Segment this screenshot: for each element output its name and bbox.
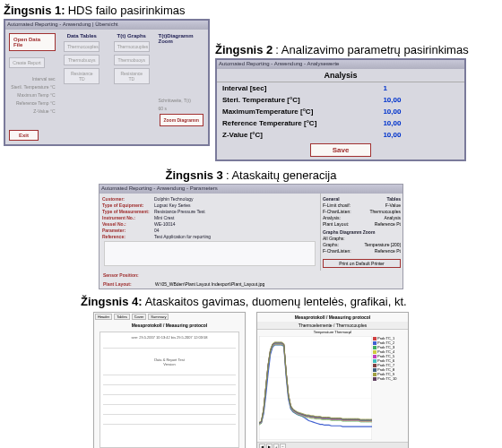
tb-graph-button[interactable]: Thermobuoys (114, 55, 150, 65)
chart-control[interactable]: ▶ (266, 444, 273, 448)
col-header: T(t) Graphs (117, 33, 146, 39)
table-row: Steri. Temperature [°C]10,00 (217, 94, 464, 106)
tab[interactable]: Tables (114, 314, 130, 320)
side-label: Z-Value °C (9, 108, 56, 114)
step3-desc: : Ataskaitų generacija (226, 168, 337, 182)
chart-control[interactable]: + (273, 444, 279, 448)
table-row: MaximumTemperature [°C]10,00 (217, 106, 464, 117)
side-label: Reference Temp °C (9, 100, 56, 106)
schrittweite-label: Schrittweite, T(t) (159, 98, 205, 103)
step2-titlebar: Automated Reporting - Anwendung - Analys… (217, 60, 464, 69)
svg-rect-0 (259, 336, 372, 440)
chart-legend: Prob TC_1Prob TC_2Prob TC_3Prob TC_4Prob… (372, 336, 406, 440)
rtd-graph-button[interactable]: Resistance TD (114, 68, 150, 84)
col-header: T(t)Diagramm Zoom (159, 33, 205, 44)
temperature-chart (259, 336, 372, 440)
steri-temp-input[interactable]: 10,00 (377, 94, 464, 106)
tab[interactable]: Cover (132, 314, 147, 320)
step1-window: Automated Reporting - Anwendung | Übersi… (4, 19, 210, 146)
side-label: Interval sec (9, 76, 56, 82)
tab[interactable]: Summary (148, 314, 169, 320)
exit-button[interactable]: Exit (9, 130, 39, 141)
chart-footer: ◀ ▶ + − (257, 442, 408, 448)
zvalue-input[interactable]: 10,00 (377, 129, 464, 141)
resistance-button[interactable]: Resistance TD (64, 68, 100, 84)
tab[interactable]: Header (95, 314, 112, 320)
report-document-panel: Header Tables Cover Summary Messprotokol… (93, 312, 246, 448)
step3-right-panel: GeneralTables F-Limit chosif:F-Value F-C… (320, 194, 402, 271)
table-row: Z-Value [°C]10,00 (217, 129, 464, 141)
ref-temp-input[interactable]: 10,00 (377, 117, 464, 129)
step2-window: Automated Reporting - Anwendung - Analys… (215, 58, 466, 161)
step4-desc: Ataskaitos gavimas, duomenų lentelės, gr… (145, 295, 407, 308)
step3-left-panel: Customer:Dolphin Technology Type of Equi… (100, 194, 320, 271)
schrittweite-value: 60 s (159, 106, 205, 111)
step3-titlebar: Automated Reporting - Anwendung - Parame… (100, 185, 402, 194)
step1-desc: HDS failo pasirinkimas (68, 4, 186, 17)
step2-label: Žingsnis 2 (215, 43, 273, 56)
tc-graph-button[interactable]: Thermocouples (114, 41, 150, 52)
analysis-header: Analysis (217, 69, 464, 82)
step3-window: Automated Reporting - Anwendung - Parame… (99, 184, 403, 289)
col-header: Data Tables (67, 33, 97, 39)
protocol-title: Messprotokoll / Measuring protocol (94, 321, 245, 330)
customer-field[interactable]: Dolphin Technology (154, 196, 194, 202)
step3-text-area[interactable] (104, 241, 316, 266)
max-temp-input[interactable]: 10,00 (377, 106, 464, 117)
step4-label: Žingsnis 4: (81, 295, 143, 308)
plant-layout-path[interactable]: W:\05_WBden\Plant Layout Indexport\Plant… (155, 281, 264, 287)
save-button[interactable]: Save (310, 143, 372, 157)
table-row: Reference Temperature [°C]10,00 (217, 117, 464, 129)
zoom-button[interactable]: Zoom Diagramm (160, 114, 203, 126)
reference-field[interactable]: Test Application for reporting (154, 234, 211, 239)
print-button[interactable]: Print on Default Printer (323, 259, 401, 268)
create-report-button[interactable]: Create Report (9, 57, 45, 68)
chart-title: Thermoelemente / Thermocouples (257, 322, 408, 330)
protocol-title: Messprotokoll / Measuring protocol (257, 313, 408, 322)
step1-titlebar: Automated Reporting - Anwendung | Übersi… (5, 21, 208, 30)
analysis-table: Interval [sec]1 Steri. Temperature [°C]1… (217, 82, 464, 141)
side-label: Maximum Temp °C (9, 92, 56, 98)
step2-desc: : Analizavimo parametrų pasirinkimas (275, 43, 468, 56)
measurement-field[interactable]: Resistance Pressure Test (154, 209, 205, 214)
equipment-field[interactable]: Logsat Key Series (154, 202, 191, 208)
step1-label: Žingsnis 1: (4, 4, 65, 17)
chart-panel: Messprotokoll / Measuring protocol Therm… (256, 312, 409, 448)
thermobuoys-button[interactable]: Thermobuoys (64, 55, 100, 65)
interval-input[interactable]: 1 (377, 82, 464, 94)
instrument-field[interactable]: Mini Crest (154, 215, 175, 220)
chart-control[interactable]: − (280, 444, 285, 448)
thermocouples-button[interactable]: Thermocouples (64, 41, 100, 52)
open-data-file-button[interactable]: Open Data File (9, 33, 56, 51)
step3-label: Žingsnis 3 (166, 168, 223, 182)
vessel-field[interactable]: WE-10014 (154, 221, 176, 227)
report-body: see: 29.5.2007 10:13:42 bis 29.5.2007 12… (100, 332, 239, 448)
side-label: Steril. Temperature °C (9, 84, 56, 90)
table-row: Interval [sec]1 (217, 82, 464, 94)
chart-control[interactable]: ◀ (259, 444, 265, 448)
parameter-field[interactable]: 04 (154, 228, 160, 233)
